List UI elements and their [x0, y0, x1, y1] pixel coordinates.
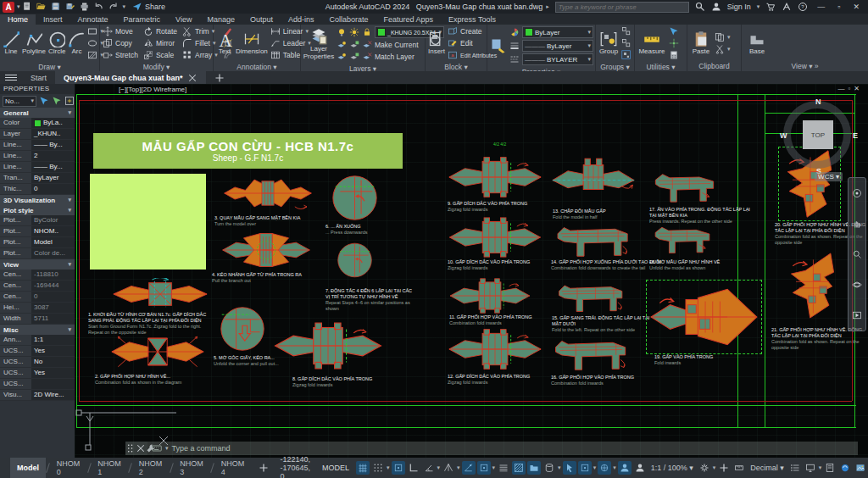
cut-clip-icon[interactable] — [715, 44, 725, 54]
layer-off-icon[interactable] — [362, 40, 372, 50]
ribbon-tab-add-ins[interactable]: Add-ins — [281, 14, 322, 25]
command-input[interactable]: ▾ Type a command — [147, 442, 858, 455]
trim-button[interactable]: Trim▾ — [182, 26, 218, 36]
plot-icon[interactable] — [80, 2, 90, 12]
search-expander-icon[interactable]: ▸ — [546, 3, 549, 10]
wcs-dropdown[interactable]: WCS ▾ — [815, 172, 843, 181]
panel-label-view[interactable]: View ▾ » — [742, 61, 868, 71]
new-drawing-tab-button[interactable] — [206, 71, 233, 84]
palette-row[interactable]: Width5711 — [0, 314, 75, 325]
quick-calc-icon[interactable] — [669, 50, 679, 60]
line-button[interactable]: Line — [3, 31, 19, 56]
palette-section-header[interactable]: General▾ — [0, 108, 75, 118]
palette-row-value[interactable]: 5711 — [31, 314, 75, 324]
palette-row[interactable]: Line...—— By... — [0, 162, 75, 173]
palette-row-value[interactable]: 2D Wire... — [31, 390, 75, 400]
properties-palette-title[interactable]: PROPERTIES — [0, 84, 75, 94]
scale-button[interactable]: Scale — [143, 50, 177, 60]
ribbon-tab-output[interactable]: Output — [242, 14, 281, 25]
palette-row[interactable]: Line...—— By... — [0, 140, 75, 151]
palette-row-value[interactable]: Yes — [31, 346, 75, 356]
text-button[interactable]: AText — [216, 31, 233, 56]
palette-row[interactable]: Cen...-169444 — [0, 281, 75, 292]
palette-row-value[interactable]: 1:1 — [31, 335, 75, 345]
ortho-mode-icon[interactable] — [407, 461, 420, 475]
layer-thaw-icon[interactable] — [349, 27, 359, 37]
copy-clip-icon[interactable] — [715, 32, 725, 42]
palette-row-value[interactable]: ByLayer — [31, 173, 75, 183]
sign-in-button[interactable]: Sign In — [727, 3, 751, 11]
palette-row[interactable]: Layer_KHUN.. — [0, 129, 75, 140]
hatch-icon[interactable] — [87, 50, 97, 60]
palette-section-header[interactable]: Misc▾ — [0, 325, 75, 335]
layout-menu-icon[interactable] — [0, 465, 10, 471]
palette-row[interactable]: UCS... — [0, 379, 75, 390]
id-point-icon[interactable] — [669, 38, 679, 48]
palette-row-value[interactable]: ByColor — [31, 215, 75, 225]
palette-row[interactable]: Cen...0 — [0, 292, 75, 303]
annotation-visibility-icon[interactable] — [618, 461, 632, 475]
snap-mode-icon-caret[interactable]: ▾ — [387, 464, 390, 471]
3d-object-snap-icon[interactable] — [542, 461, 556, 475]
pan-icon[interactable] — [852, 219, 862, 229]
palette-row[interactable]: ColorByLa.. — [0, 118, 75, 129]
trusted-autoloader-icon[interactable] — [854, 461, 867, 475]
search-icon[interactable] — [695, 2, 705, 12]
layer-walk-icon[interactable] — [349, 52, 359, 62]
save-as-icon[interactable] — [65, 2, 75, 12]
annotation-monitor-icon[interactable] — [717, 461, 731, 475]
palette-row[interactable]: Plot...NHOM.. — [0, 226, 75, 237]
isometric-drafting-icon[interactable] — [442, 461, 455, 475]
close-button[interactable]: ✕ — [849, 3, 863, 11]
save-icon[interactable] — [51, 2, 61, 12]
palette-row[interactable]: Visu...2D Wire... — [0, 390, 75, 401]
palette-row-value[interactable]: 0 — [31, 292, 75, 302]
palette-section-header[interactable]: 3D Visualization▾ — [0, 195, 75, 205]
stretch-button[interactable]: Stretch — [103, 50, 138, 60]
mirror-button[interactable]: Mirror — [143, 38, 177, 48]
palette-row-value[interactable]: Yes — [31, 368, 75, 378]
circle-button[interactable]: Circle — [48, 31, 65, 56]
palette-row[interactable]: Cen...-118810 — [0, 270, 75, 281]
match-layer-button[interactable]: Match Layer — [375, 53, 415, 61]
fillet-button[interactable]: Fillet▾ — [182, 38, 218, 48]
ribbon-tab-featured-apps[interactable]: Featured Apps — [376, 14, 442, 25]
zoom-extents-icon[interactable] — [852, 249, 862, 259]
layer-unisolate-icon[interactable] — [337, 52, 347, 62]
object-snap-icon[interactable] — [477, 461, 491, 475]
orbit-icon[interactable] — [852, 280, 862, 290]
array-button[interactable]: Array▾ — [182, 50, 218, 60]
sign-in-caret-icon[interactable]: ▾ — [757, 3, 760, 10]
measure-button[interactable]: Measure — [637, 31, 666, 56]
app-menu-caret-icon[interactable]: ▾ — [17, 3, 20, 10]
isometric-drafting-icon-caret[interactable]: ▾ — [457, 464, 460, 471]
layer-properties-button[interactable]: Layer Properties — [303, 28, 334, 61]
group-button[interactable]: Group — [598, 31, 619, 56]
start-tab[interactable]: Start — [22, 71, 55, 84]
layout-tab-nhom-1[interactable]: NHOM 1 — [91, 458, 128, 478]
layer-freeze-icon[interactable] — [349, 40, 359, 50]
layout-tab-model[interactable]: Model — [10, 458, 46, 478]
palette-row-value[interactable] — [31, 379, 75, 389]
viewport-window-buttons[interactable]: —▫✕ — [837, 85, 863, 92]
viewcube[interactable]: N W E S TOP — [782, 99, 856, 174]
viewcube-north[interactable]: N — [815, 97, 821, 106]
copy-button[interactable]: Copy — [103, 38, 138, 48]
layout-tab-nhom-4[interactable]: NHOM 4 — [214, 458, 252, 478]
selection-cycling-icon[interactable] — [527, 461, 541, 475]
quick-properties-icon[interactable] — [788, 461, 802, 475]
dimension-button[interactable]: Dimension — [236, 31, 268, 56]
selection-dropdown[interactable]: No...▾ — [3, 96, 36, 107]
group-edit-icon[interactable] — [621, 38, 632, 48]
ribbon-tab-manage[interactable]: Manage — [199, 14, 242, 25]
ribbon-tab-view[interactable]: View — [168, 14, 199, 25]
palette-row-value[interactable]: —— By... — [31, 140, 75, 150]
viewcube-west[interactable]: W — [780, 131, 787, 140]
palette-row[interactable]: Tran...ByLayer — [0, 173, 75, 184]
palette-row[interactable]: Ann...1:1 — [0, 335, 75, 346]
palette-row-value[interactable]: Model — [31, 237, 75, 247]
palette-row-value[interactable]: 3087 — [31, 303, 75, 313]
model-space-button[interactable]: MODEL — [319, 464, 353, 472]
insert-button[interactable]: Insert — [428, 31, 445, 56]
new-layout-button[interactable] — [252, 458, 275, 478]
